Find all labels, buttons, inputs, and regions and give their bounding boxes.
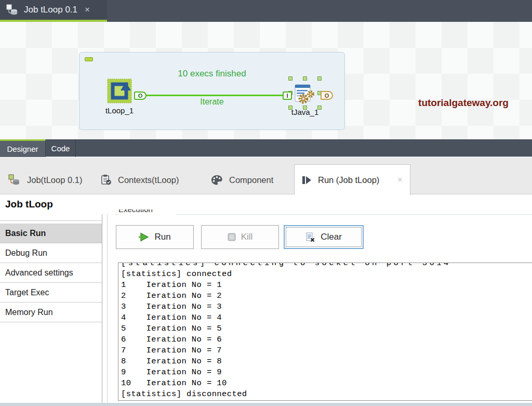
console-line: [statistics] connected bbox=[121, 269, 532, 280]
clear-button-label: Clear bbox=[321, 232, 342, 242]
editor-tab-title: Job tLoop 0.1 bbox=[24, 5, 77, 15]
sidebar-item-target-exec[interactable]: Target Exec bbox=[0, 283, 102, 303]
run-view-icon bbox=[302, 176, 312, 185]
console-line: 8 Ieration No = 8 bbox=[121, 356, 532, 367]
kill-button[interactable]: Kill bbox=[201, 225, 279, 249]
selection-handle[interactable] bbox=[303, 106, 307, 110]
job-icon bbox=[5, 4, 19, 16]
tab-component[interactable]: Component bbox=[208, 165, 276, 194]
console-line: [statistics] disconnected bbox=[121, 389, 532, 400]
console-line: 3 Ieration No = 3 bbox=[121, 302, 532, 312]
console-line: 10 Ieration No = 10 bbox=[121, 378, 532, 389]
selection-handle[interactable] bbox=[288, 106, 292, 110]
tab-run[interactable]: Run (Job tLoop) × bbox=[294, 164, 410, 195]
editor-tab-bar: Job tLoop 0.1 × bbox=[0, 0, 532, 22]
console-line: 4 Ieration No = 4 bbox=[121, 312, 532, 323]
job-icon bbox=[7, 174, 21, 186]
console-line: 9 Ieration No = 9 bbox=[121, 367, 532, 378]
console-line: [statistics] connecting to socket on por… bbox=[121, 263, 532, 269]
sidebar-item-advanced-settings[interactable]: Advanced settings bbox=[0, 263, 102, 283]
run-button[interactable]: Run bbox=[116, 225, 194, 249]
kill-button-label: Kill bbox=[241, 232, 253, 242]
selection-handle[interactable] bbox=[317, 106, 322, 110]
sidebar-border bbox=[102, 214, 102, 403]
tab-component-label: Component bbox=[229, 175, 273, 185]
node-tjava[interactable] bbox=[290, 78, 320, 108]
window-bottom-edge bbox=[0, 403, 532, 406]
execution-group-border bbox=[115, 214, 532, 215]
selection-handle[interactable] bbox=[317, 76, 322, 81]
console-line: 6 Ieration No = 6 bbox=[121, 334, 532, 345]
kill-stop-icon bbox=[228, 233, 236, 241]
perspective-tab-bar: Designer Code bbox=[0, 139, 532, 157]
watermark-text: tutorialgateway.org bbox=[400, 97, 527, 109]
close-icon[interactable]: × bbox=[85, 5, 90, 15]
panel-tab-strip: Job(tLoop 0.1) Contexts(tLoop) bbox=[0, 158, 532, 194]
sidebar-item-memory-run[interactable]: Memory Run bbox=[0, 303, 102, 322]
execution-console[interactable]: [statistics] connecting to socket on por… bbox=[118, 263, 532, 401]
console-line: 2 Ieration No = 2 bbox=[121, 291, 532, 302]
console-line: 1 Ieration No = 1 bbox=[121, 280, 532, 291]
tab-designer[interactable]: Designer bbox=[0, 139, 46, 157]
job-container-panel: 10 execs finished Iterate O tLoop_1 bbox=[79, 52, 345, 130]
tjava-input-port[interactable]: I bbox=[283, 91, 292, 100]
page-title: Job tLoop bbox=[5, 194, 53, 214]
sidebar-divider bbox=[0, 220, 102, 221]
tjava-icon bbox=[294, 82, 316, 104]
node-tloop[interactable] bbox=[107, 78, 132, 103]
sidebar-item-debug-run[interactable]: Debug Run bbox=[0, 243, 102, 263]
execution-section-label: Execution bbox=[118, 209, 176, 215]
run-button-label: Run bbox=[154, 232, 170, 242]
run-view-header: Job tLoop bbox=[0, 194, 532, 214]
iterate-connection-line[interactable] bbox=[137, 95, 289, 96]
design-canvas[interactable]: 10 execs finished Iterate O tLoop_1 bbox=[0, 22, 532, 139]
tloop-icon bbox=[107, 78, 132, 103]
contexts-icon bbox=[101, 174, 112, 186]
run-sidebar: Basic Run Debug Run Advanced settings Ta… bbox=[0, 224, 102, 322]
selection-handle[interactable] bbox=[288, 76, 292, 81]
selection-handle[interactable] bbox=[303, 76, 307, 81]
run-play-icon bbox=[139, 232, 149, 242]
close-icon[interactable]: × bbox=[397, 175, 403, 185]
clear-button[interactable]: Clear bbox=[284, 225, 364, 249]
tab-job-label: Job(tLoop 0.1) bbox=[27, 175, 82, 185]
clear-document-icon bbox=[305, 232, 315, 242]
tjava-output-port[interactable]: O bbox=[321, 91, 333, 100]
console-line: 7 Ieration No = 7 bbox=[121, 345, 532, 356]
pane-sash[interactable] bbox=[107, 214, 108, 403]
sidebar-item-basic-run[interactable]: Basic Run bbox=[0, 224, 102, 243]
tab-run-label: Run (Job tLoop) bbox=[318, 175, 379, 185]
tloop-output-port[interactable]: O bbox=[134, 91, 147, 100]
editor-tab-job-tloop[interactable]: Job tLoop 0.1 × bbox=[0, 0, 107, 20]
tloop-label: tLoop_1 bbox=[94, 106, 145, 115]
tab-contexts[interactable]: Contexts(tLoop) bbox=[98, 165, 182, 194]
tab-contexts-label: Contexts(tLoop) bbox=[118, 175, 179, 185]
connection-exec-status: 10 execs finished bbox=[160, 69, 264, 79]
tab-code[interactable]: Code bbox=[46, 139, 76, 157]
talend-studio-window: Job tLoop 0.1 × 10 execs finished Iterat… bbox=[0, 0, 532, 406]
component-palette-icon bbox=[211, 175, 223, 186]
iterate-connection-label[interactable]: Iterate bbox=[160, 97, 264, 107]
tab-job[interactable]: Job(tLoop 0.1) bbox=[4, 165, 85, 194]
collapse-handle[interactable] bbox=[85, 57, 93, 61]
console-output: [statistics] connecting to socket on por… bbox=[121, 263, 532, 400]
console-line: 5 Ieration No = 5 bbox=[121, 323, 532, 334]
